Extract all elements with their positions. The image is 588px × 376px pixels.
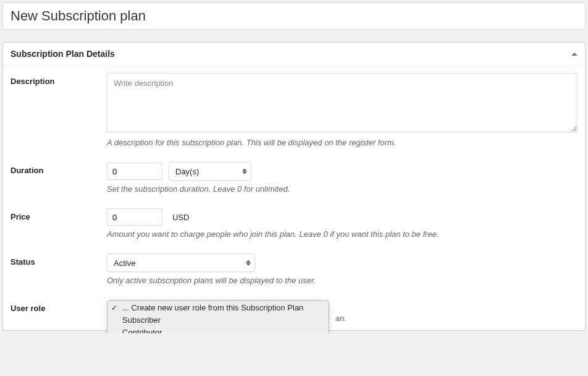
user-role-option-create[interactable]: ... Create new user role from this Subsc… bbox=[107, 302, 329, 314]
duration-unit-value: Day(s) bbox=[175, 167, 199, 176]
price-hint: Amount you want to charge people who joi… bbox=[107, 229, 578, 239]
panel-title: Subscription Plan Details bbox=[10, 49, 115, 59]
price-row: Price USD Amount you want to charge peop… bbox=[10, 208, 578, 239]
user-role-option-contributor[interactable]: Contributor bbox=[107, 327, 329, 333]
price-input[interactable] bbox=[107, 208, 162, 226]
user-role-label: User role bbox=[10, 300, 107, 313]
status-hint: Only active subscription plans will be d… bbox=[107, 276, 578, 285]
duration-unit-select[interactable]: Day(s) bbox=[169, 162, 251, 181]
page-title-box: New Subscription plan bbox=[2, 2, 586, 30]
status-select[interactable]: Active bbox=[107, 254, 255, 272]
status-value: Active bbox=[114, 258, 135, 268]
status-label: Status bbox=[10, 254, 107, 267]
user-role-option-subscriber[interactable]: Subscriber bbox=[107, 314, 329, 327]
user-role-hint-fragment: an. bbox=[335, 314, 346, 323]
price-currency: USD bbox=[172, 213, 189, 222]
collapse-icon[interactable] bbox=[571, 53, 578, 56]
user-role-row: User role an. ... Create new user role f… bbox=[10, 300, 578, 323]
select-arrows-icon bbox=[246, 260, 251, 266]
subscription-details-panel: Subscription Plan Details Description A … bbox=[2, 42, 586, 331]
panel-header[interactable]: Subscription Plan Details bbox=[3, 43, 585, 66]
description-hint: A description for this subscription plan… bbox=[107, 138, 578, 147]
duration-input[interactable] bbox=[107, 163, 162, 180]
duration-row: Duration Day(s) Set the subscription dur… bbox=[10, 162, 578, 194]
status-row: Status Active Only active subscription p… bbox=[10, 254, 578, 285]
description-row: Description A description for this subsc… bbox=[10, 73, 578, 147]
duration-label: Duration bbox=[10, 162, 107, 175]
panel-body: Description A description for this subsc… bbox=[3, 66, 585, 330]
select-arrows-icon bbox=[242, 169, 247, 174]
description-label: Description bbox=[10, 73, 107, 86]
price-label: Price bbox=[10, 208, 107, 221]
user-role-dropdown[interactable]: ... Create new user role from this Subsc… bbox=[107, 300, 329, 333]
page-title: New Subscription plan bbox=[10, 8, 578, 24]
duration-hint: Set the subscription duration. Leave 0 f… bbox=[107, 184, 578, 194]
description-textarea[interactable] bbox=[107, 73, 578, 132]
